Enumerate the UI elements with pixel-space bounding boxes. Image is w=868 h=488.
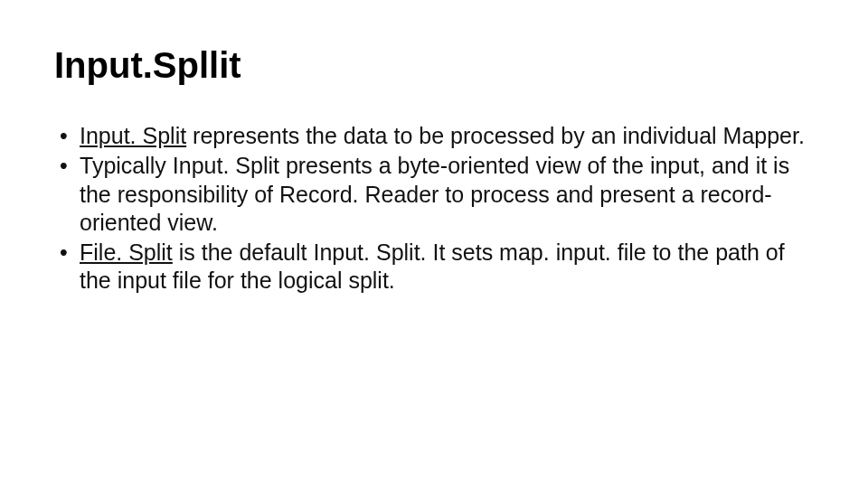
list-item: File. Split is the default Input. Split.… bbox=[54, 239, 814, 296]
link-input-split[interactable]: Input. Split bbox=[80, 123, 186, 148]
list-item: Input. Split represents the data to be p… bbox=[54, 122, 814, 150]
slide-title: Input.Spllit bbox=[54, 45, 814, 86]
link-file-split[interactable]: File. Split bbox=[80, 239, 173, 265]
slide: Input.Spllit Input. Split represents the… bbox=[0, 0, 868, 488]
list-item: Typically Input. Split presents a byte-o… bbox=[54, 152, 814, 237]
bullet-text: is the default Input. Split. It sets map… bbox=[80, 239, 785, 293]
bullet-list: Input. Split represents the data to be p… bbox=[54, 122, 814, 296]
bullet-text: represents the data to be processed by a… bbox=[186, 123, 805, 148]
bullet-text: Typically Input. Split presents a byte-o… bbox=[80, 153, 789, 235]
